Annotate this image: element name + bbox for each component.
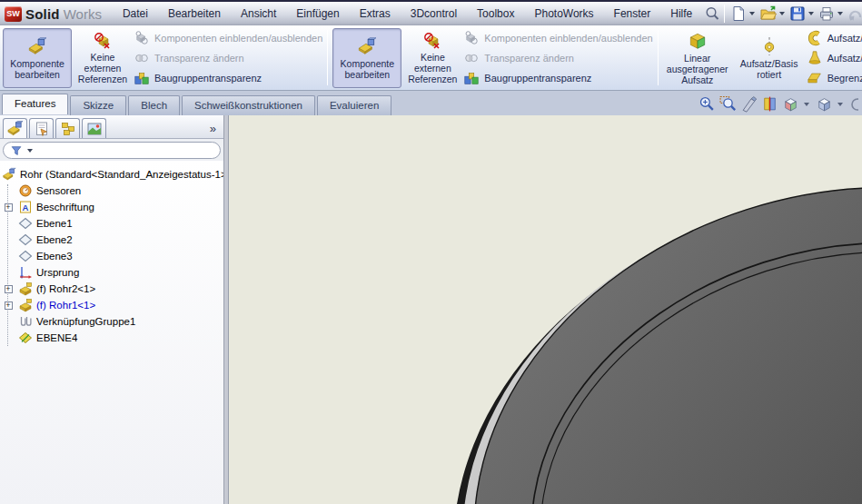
menu-toolbox[interactable]: Toolbox [467, 4, 524, 24]
commandmanager-tab-bar: Features Skizze Blech Schweißkonstruktio… [0, 91, 862, 115]
tree-row-rohr1[interactable]: + (f) Rohr1<1> [2, 297, 222, 313]
view-orientation-icon[interactable] [782, 95, 799, 113]
edit-component-label: Komponente bearbeiten [4, 58, 71, 80]
display-style-icon[interactable] [816, 95, 833, 113]
edit-component-button-2[interactable]: Komponente bearbeiten [332, 28, 401, 88]
save-dropdown-arrow[interactable] [808, 12, 814, 15]
configurationmanager-icon [60, 121, 76, 137]
extruded-boss-icon [688, 31, 708, 51]
open-dropdown-arrow[interactable] [779, 12, 785, 15]
tab-skizze[interactable]: Skizze [70, 95, 126, 115]
edit-component-button[interactable]: Komponente bearbeiten [3, 28, 72, 88]
tree-row-ebene3[interactable]: Ebene3 [2, 248, 222, 264]
boundary-boss-item[interactable]: Begrenzung [807, 69, 862, 87]
tree-root-label: Rohr (Standard<Standard_Anzeigestatus-1>… [20, 169, 223, 180]
propertymanager-tab[interactable] [29, 118, 54, 138]
featuremanager-tab[interactable] [3, 118, 27, 138]
part-body [372, 115, 862, 504]
component-icon [18, 282, 33, 296]
menu-ansicht[interactable]: Ansicht [231, 4, 286, 24]
show-hide-components-item: Komponenten einblenden/ausblenden [134, 29, 322, 47]
tab-evaluieren[interactable]: Evaluieren [317, 95, 391, 115]
plane-icon [18, 249, 33, 263]
new-document-button[interactable] [729, 5, 748, 23]
plane-icon [18, 232, 33, 247]
origin-icon [18, 265, 33, 280]
assembly-transparency-item[interactable]: Baugruppentransparenz [463, 69, 652, 87]
zoom-to-area-icon[interactable] [719, 95, 737, 113]
clipped-toolbar-icon[interactable] [849, 95, 858, 113]
tab-schweisskonstruktionen[interactable]: Schweißkonstruktionen [182, 95, 315, 115]
tab-features[interactable]: Features [2, 94, 68, 114]
menu-fenster[interactable]: Fenster [604, 4, 661, 24]
menu-bearbeiten[interactable]: Bearbeiten [158, 4, 231, 24]
revolved-boss-button[interactable]: Aufsatz/Basis rotiert [735, 28, 804, 88]
expand-toggle[interactable]: + [5, 301, 13, 310]
assembly-transparency-item[interactable]: Baugruppentransparenz [134, 69, 322, 87]
show-hide-components-item: Komponenten einblenden/ausblenden [463, 29, 652, 47]
tree-row-rohr2[interactable]: + (f) Rohr2<1> [2, 281, 222, 297]
expand-toggle[interactable]: + [5, 285, 13, 293]
tree-row-sensoren[interactable]: Sensoren [2, 183, 222, 199]
menu-3dcontrol[interactable]: 3Dcontrol [401, 4, 467, 24]
no-external-references-label: Keine externen Referenzen [75, 52, 130, 84]
filter-funnel-icon [10, 144, 23, 157]
menu-einfuegen[interactable]: Einfügen [286, 4, 349, 24]
view-toolbar [699, 95, 860, 115]
edit-component-group-2: Komponente bearbeiten Keine externen Ref… [330, 25, 655, 90]
lofted-boss-item[interactable]: Aufsatz/Bas [807, 49, 862, 67]
toolbar-group-divider [327, 30, 328, 85]
configurationmanager-tab[interactable] [55, 118, 80, 138]
propertymanager-icon [34, 121, 50, 137]
graphics-viewport[interactable] [229, 115, 862, 504]
displaymanager-tab[interactable] [82, 118, 106, 138]
no-external-references-icon [423, 32, 441, 50]
expand-toggle[interactable]: + [5, 203, 13, 212]
print-button[interactable] [817, 5, 836, 23]
edit-component-icon [357, 36, 377, 56]
solidworks-window: SW SolidWorks Datei Bearbeiten Ansicht E… [0, 0, 862, 504]
tree-row-ebene2[interactable]: Ebene2 [2, 232, 222, 248]
menu-hilfe[interactable]: Hilfe [660, 4, 702, 24]
new-dropdown-arrow[interactable] [749, 12, 755, 15]
menu-photoworks[interactable]: PhotoWorks [524, 4, 603, 24]
feature-tree: Rohr (Standard<Standard_Anzeigestatus-1>… [0, 161, 223, 504]
command-toolbar: Komponente bearbeiten Keine externen Ref… [0, 25, 862, 91]
tree-row-ebene1[interactable]: Ebene1 [2, 215, 222, 232]
section-view-icon[interactable] [761, 95, 778, 113]
print-dropdown-arrow[interactable] [837, 12, 843, 15]
open-button[interactable] [758, 5, 778, 23]
search-icon[interactable] [704, 5, 720, 22]
menu-extras[interactable]: Extras [350, 4, 401, 24]
rotate-view-icon[interactable] [740, 95, 758, 113]
zoom-to-fit-icon[interactable] [699, 95, 716, 113]
tree-filter-input[interactable] [3, 142, 221, 159]
save-button[interactable] [788, 5, 807, 23]
tab-blech[interactable]: Blech [128, 95, 180, 115]
boundary-boss-icon [807, 70, 823, 86]
change-transparency-icon [134, 50, 150, 66]
display-style-dropdown-arrow[interactable] [837, 103, 843, 106]
panel-overflow-chevron[interactable]: » [210, 122, 220, 138]
tree-root-row[interactable]: Rohr (Standard<Standard_Anzeigestatus-1>… [2, 166, 222, 183]
edit-component-icon [27, 36, 47, 56]
view-orientation-dropdown-arrow[interactable] [804, 103, 809, 106]
lofted-boss-icon [807, 50, 823, 66]
mategroup-icon [18, 314, 33, 329]
boss-feature-stack: Aufsatz/Bas Aufsatz/Bas Begrenzung [807, 29, 862, 87]
sensors-icon [18, 183, 33, 198]
swept-boss-item[interactable]: Aufsatz/Bas [807, 29, 862, 47]
swept-boss-icon [807, 30, 823, 46]
extruded-boss-button[interactable]: Linear ausgetragener Aufsatz [663, 28, 732, 88]
no-external-references-button-2[interactable]: Keine externen Referenzen [404, 28, 461, 88]
change-transparency-icon [463, 50, 480, 66]
tree-row-beschriftung[interactable]: + Beschriftung [2, 199, 222, 215]
filter-dropdown-arrow[interactable] [27, 149, 33, 153]
change-transparency-item: Transparenz ändern [134, 49, 322, 67]
solidworks-logo-icon: SW [5, 6, 22, 22]
tree-row-ebene4[interactable]: EBENE4 [2, 330, 222, 346]
tree-row-ursprung[interactable]: Ursprung [2, 264, 222, 281]
menu-datei[interactable]: Datei [113, 4, 158, 24]
tree-row-verknuepfunggruppe[interactable]: VerknüpfungGruppe1 [2, 313, 222, 330]
no-external-references-button[interactable]: Keine externen Referenzen [74, 28, 131, 88]
